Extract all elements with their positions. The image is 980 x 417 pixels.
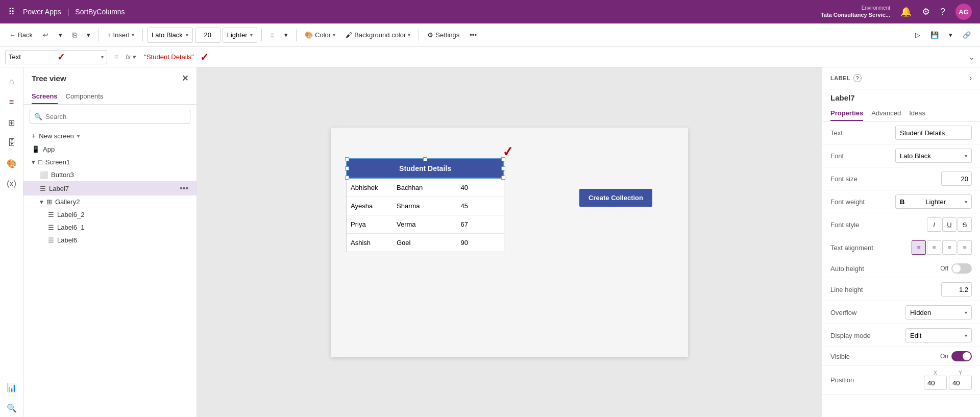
screen-icon: □ xyxy=(38,158,42,166)
props-label-position: Position xyxy=(830,376,854,384)
tree-item-app[interactable]: 📱 App xyxy=(23,143,197,156)
more-options-button[interactable]: ••• xyxy=(465,29,481,41)
tree-item-screen1[interactable]: ▾ □ Screen1 xyxy=(23,156,197,168)
props-tab-properties[interactable]: Properties xyxy=(830,106,863,121)
tree-item-label6-2[interactable]: ☰ Label6_2 xyxy=(23,208,197,221)
label6-2-icon: ☰ xyxy=(48,211,54,218)
props-info-icon[interactable]: ? xyxy=(853,74,862,82)
undo-dropdown[interactable]: ▾ xyxy=(55,29,66,41)
new-screen-button[interactable]: + New screen ▾ xyxy=(23,129,197,143)
data-icon[interactable]: 🗄 xyxy=(3,134,21,152)
student-details-widget[interactable]: Student Details ✓ Abhishek Bachhan 40 Ay… xyxy=(346,158,504,252)
props-label-text: Text xyxy=(830,129,843,137)
apps-icon[interactable]: ⠿ xyxy=(8,6,15,17)
toolbar-right: ▷ 💾 ▾ 🔗 xyxy=(911,29,975,41)
tree-item-label7[interactable]: ☰ Label7 ••• xyxy=(23,181,197,195)
align-buttons: ≡ ≡ ≡ ≡ xyxy=(912,240,972,255)
student-table: Abhishek Bachhan 40 Ayesha Sharma 45 Pri… xyxy=(346,179,504,252)
props-font-weight-select[interactable]: B Lighter ▾ xyxy=(895,194,972,209)
divider2 xyxy=(142,29,143,41)
formula-expand-icon[interactable]: ⌄ xyxy=(968,52,975,62)
props-row-line-height: Line height xyxy=(822,278,980,301)
components-icon[interactable]: ⊞ xyxy=(3,113,21,132)
tab-screens[interactable]: Screens xyxy=(32,89,58,104)
preview-button[interactable]: ▷ xyxy=(911,29,924,41)
help-icon[interactable]: ? xyxy=(940,7,945,17)
color-button[interactable]: 🎨 Color ▾ xyxy=(301,29,339,41)
align-right-button[interactable]: ≡ xyxy=(942,240,957,255)
undo-button[interactable]: ↩ xyxy=(39,29,53,41)
search-input[interactable] xyxy=(45,113,186,120)
props-font-size-input[interactable] xyxy=(941,171,972,186)
font-weight-select[interactable]: Lighter ▾ xyxy=(223,28,258,43)
tree-item-label6[interactable]: ☰ Label6 xyxy=(23,234,197,247)
settings-icon[interactable]: ⚙ xyxy=(922,6,930,17)
publish-button[interactable]: ▾ xyxy=(945,29,957,41)
props-row-text-align: Text alignment ≡ ≡ ≡ ≡ xyxy=(822,236,980,259)
property-chevron: ▾ xyxy=(101,54,104,60)
tree-view-icon[interactable]: ≡ xyxy=(3,93,21,111)
auto-height-value: Off xyxy=(940,263,972,274)
strikethrough-button[interactable]: S xyxy=(958,217,972,232)
theme-icon[interactable]: 🎨 xyxy=(3,154,21,173)
back-button[interactable]: ← Back xyxy=(5,29,37,41)
font-family-select[interactable]: Lato Black ▾ xyxy=(147,28,193,43)
paste-button[interactable]: ⎘ xyxy=(68,29,81,41)
props-display-mode-select[interactable]: Edit ▾ xyxy=(905,328,972,342)
handle-left xyxy=(345,166,349,170)
tree-view-title: Tree view xyxy=(32,74,66,83)
props-tab-advanced[interactable]: Advanced xyxy=(871,106,901,121)
paste-dropdown[interactable]: ▾ xyxy=(83,29,94,41)
save-button[interactable]: 💾 xyxy=(926,29,943,41)
props-label-row: LABEL ? xyxy=(830,74,862,82)
text-align-dropdown[interactable]: ▾ xyxy=(280,29,292,41)
canvas-content: Student Details ✓ Abhishek Bachhan 40 Ay… xyxy=(331,128,688,357)
home-icon[interactable]: ⌂ xyxy=(3,72,21,91)
tree-view-close-icon[interactable]: ✕ xyxy=(182,73,188,83)
align-center-button[interactable]: ≡ xyxy=(927,240,941,255)
analytics-icon[interactable]: 📊 xyxy=(3,378,21,397)
font-select-chevron: ▾ xyxy=(965,153,967,159)
props-header: LABEL ? › xyxy=(822,67,980,89)
search-sidebar-icon[interactable]: 🔍 xyxy=(3,399,21,417)
insert-button[interactable]: + Insert ▾ xyxy=(103,29,138,41)
text-align-button[interactable]: ≡ xyxy=(266,29,278,41)
variables-icon[interactable]: (x) xyxy=(3,175,21,193)
share-button[interactable]: 🔗 xyxy=(959,29,975,41)
tree-item-label6-1[interactable]: ☰ Label6_1 xyxy=(23,221,197,234)
align-justify-button[interactable]: ≡ xyxy=(958,240,972,255)
auto-height-toggle[interactable] xyxy=(951,263,972,274)
props-text-value[interactable]: Student Details xyxy=(895,126,972,140)
label7-options-icon[interactable]: ••• xyxy=(180,184,188,193)
student-details-title: Student Details xyxy=(399,164,451,173)
settings-toolbar-button[interactable]: ⚙ Settings xyxy=(423,29,463,41)
label6-1-icon: ☰ xyxy=(48,224,54,231)
font-size-input[interactable] xyxy=(195,28,220,43)
tab-components[interactable]: Components xyxy=(66,89,104,104)
tree-item-button3[interactable]: ⬜ Button3 xyxy=(23,168,197,181)
props-overflow-select[interactable]: Hidden ▾ xyxy=(905,305,972,320)
props-expand-icon[interactable]: › xyxy=(969,73,972,83)
props-line-height-input[interactable] xyxy=(941,282,972,297)
notification-icon[interactable]: 🔔 xyxy=(900,6,912,17)
position-x-input[interactable] xyxy=(924,376,947,390)
user-avatar[interactable]: AG xyxy=(955,4,972,20)
back-icon: ← xyxy=(9,31,16,39)
student-last-2: Verma xyxy=(397,220,443,228)
props-font-select[interactable]: Lato Black ▾ xyxy=(895,149,972,163)
position-y-input[interactable] xyxy=(949,376,972,390)
app-title: Power Apps xyxy=(23,8,61,16)
tree-search-container: 🔍 xyxy=(30,110,190,124)
property-select[interactable]: Text ✓ ▾ xyxy=(5,50,107,64)
formula-value[interactable]: "Student Details" ✓ xyxy=(140,50,964,64)
underline-button[interactable]: U xyxy=(942,217,957,232)
tree-item-gallery2[interactable]: ▾ ⊞ Gallery2 xyxy=(23,195,197,208)
create-collection-button[interactable]: Create Collection xyxy=(579,189,652,207)
display-mode-chevron: ▾ xyxy=(965,333,967,338)
align-left-button[interactable]: ≡ xyxy=(912,240,926,255)
props-tab-ideas[interactable]: Ideas xyxy=(909,106,925,121)
canvas-area: Student Details ✓ Abhishek Bachhan 40 Ay… xyxy=(197,67,822,417)
italic-button[interactable]: I xyxy=(927,217,941,232)
visible-toggle[interactable] xyxy=(951,351,972,361)
bg-color-button[interactable]: 🖌 Background color ▾ xyxy=(341,29,414,41)
